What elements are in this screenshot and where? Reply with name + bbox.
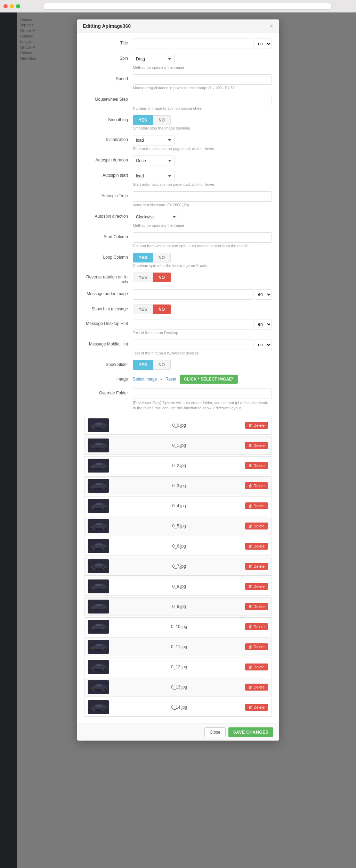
field-init: Initialization load click hover Start au… bbox=[84, 135, 272, 151]
smoothing-hint: Smoothly stop the image spinning bbox=[133, 126, 272, 130]
spin-control: Drag Swipe Both Method for spinning the … bbox=[133, 54, 272, 69]
select-image-link[interactable]: Select image bbox=[133, 377, 157, 382]
title-lang-select[interactable]: en bbox=[255, 39, 272, 49]
svg-point-57 bbox=[93, 648, 95, 650]
reverse-label: Reverse rotation on X-axis bbox=[84, 273, 133, 284]
list-item: 0_1.jpg🗑 Delete bbox=[84, 436, 272, 455]
mousewheel-input[interactable]: 1 bbox=[133, 95, 272, 105]
title-control: en bbox=[133, 39, 272, 49]
save-changes-button[interactable]: SAVE CHANGES bbox=[228, 727, 273, 737]
field-autospin-dir: Autospin direction Clockwise Counter-clo… bbox=[84, 212, 272, 227]
smoothing-yes-button[interactable]: YES bbox=[133, 115, 153, 125]
show-hint-yes-button[interactable]: YES bbox=[133, 304, 153, 314]
show-slider-yes-button[interactable]: YES bbox=[133, 360, 153, 370]
list-item: 0_8.jpg🗑 Delete bbox=[84, 577, 272, 596]
reverse-no-button[interactable]: NO bbox=[153, 273, 171, 282]
show-hint-no-button[interactable]: NO bbox=[153, 304, 171, 314]
smoothing-control: YES NO Smoothly stop the image spinning bbox=[133, 115, 272, 130]
field-autospin-time: Autospin Time 2000 Value is milisecond. … bbox=[84, 191, 272, 207]
smoothing-toggle: YES NO bbox=[133, 115, 272, 125]
svg-point-32 bbox=[93, 548, 95, 549]
spin-select[interactable]: Drag Swipe Both bbox=[133, 54, 175, 64]
delete-button[interactable]: 🗑 Delete bbox=[245, 482, 268, 489]
image-control: Select image - Reset CLICK * SELECT IMGA… bbox=[133, 375, 272, 384]
show-slider-no-button[interactable]: NO bbox=[153, 360, 171, 370]
field-msg-under: Message under image 360 Degrees Product … bbox=[84, 289, 272, 300]
msg-mobile-input[interactable]: Swipe to spin bbox=[133, 340, 253, 350]
address-bar[interactable] bbox=[43, 3, 332, 10]
image-filename: 0_10.jpg bbox=[113, 624, 245, 629]
image-filename: 0_0.jpg bbox=[113, 423, 245, 428]
field-autospin-dur: Autospin duration Once Loop Bounce bbox=[84, 156, 272, 166]
image-thumbnail bbox=[88, 559, 109, 573]
show-hint-label: Show hint message bbox=[84, 304, 133, 311]
delete-button[interactable]: 🗑 Delete bbox=[245, 684, 268, 691]
override-folder-input[interactable] bbox=[133, 389, 272, 399]
msg-desktop-input[interactable]: Drag to spin bbox=[133, 319, 253, 329]
autospin-start-label: Autospin start bbox=[84, 171, 133, 178]
dot-green[interactable] bbox=[16, 4, 20, 8]
svg-point-7 bbox=[93, 447, 95, 448]
title-input[interactable] bbox=[133, 39, 253, 49]
image-thumbnail bbox=[88, 459, 109, 473]
delete-button[interactable]: 🗑 Delete bbox=[245, 603, 268, 610]
close-button[interactable]: Close bbox=[204, 727, 226, 737]
image-filename: 0_5.jpg bbox=[113, 524, 245, 528]
select-image-button[interactable]: CLICK * SELECT IMGAE* bbox=[180, 375, 238, 384]
delete-button[interactable]: 🗑 Delete bbox=[245, 422, 268, 429]
image-filename: 0_13.jpg bbox=[113, 685, 245, 690]
reset-image-link[interactable]: Reset bbox=[165, 377, 176, 382]
msg-desktop-lang-select[interactable]: en bbox=[255, 319, 272, 329]
reverse-control: YES NO bbox=[133, 273, 272, 282]
mousewheel-hint: Number of image to spin on mousewheel bbox=[133, 106, 272, 110]
delete-button[interactable]: 🗑 Delete bbox=[245, 704, 268, 711]
modal-header: Editting ApImage360 × bbox=[77, 19, 279, 33]
field-title: Title en bbox=[84, 39, 272, 49]
autospin-dir-select[interactable]: Clockwise Counter-clockwise bbox=[133, 212, 179, 222]
start-col-input[interactable]: 1 bbox=[133, 232, 272, 243]
delete-button[interactable]: 🗑 Delete bbox=[245, 543, 268, 550]
list-item: 0_14.jpg🗑 Delete bbox=[84, 698, 272, 717]
reverse-yes-button[interactable]: YES bbox=[133, 273, 153, 282]
loop-col-no-button[interactable]: NO bbox=[153, 253, 171, 262]
dot-red[interactable] bbox=[3, 4, 8, 8]
list-item: 0_9.jpg🗑 Delete bbox=[84, 597, 272, 616]
speed-input[interactable]: 90 bbox=[133, 74, 272, 85]
delete-button[interactable]: 🗑 Delete bbox=[245, 583, 268, 590]
delete-button[interactable]: 🗑 Delete bbox=[245, 523, 268, 529]
modal-body: Title en Spin Drag Swipe bbox=[77, 33, 279, 724]
delete-button[interactable]: 🗑 Delete bbox=[245, 462, 268, 469]
msg-mobile-lang-select[interactable]: en bbox=[255, 340, 272, 350]
image-filename: 0_4.jpg bbox=[113, 503, 245, 508]
svg-point-74 bbox=[103, 709, 104, 710]
loop-col-yes-button[interactable]: YES bbox=[133, 253, 153, 262]
smoothing-no-button[interactable]: NO bbox=[153, 115, 171, 125]
image-thumbnail bbox=[88, 539, 109, 553]
autospin-time-input[interactable]: 2000 bbox=[133, 191, 272, 202]
msg-under-lang-select[interactable]: en bbox=[255, 289, 272, 300]
msg-under-input[interactable]: 360 Degrees Product Viewer bbox=[133, 289, 253, 300]
delete-button[interactable]: 🗑 Delete bbox=[245, 623, 268, 630]
delete-button[interactable]: 🗑 Delete bbox=[245, 442, 268, 449]
image-thumbnail bbox=[88, 418, 109, 432]
list-item: 0_10.jpg🗑 Delete bbox=[84, 617, 272, 636]
delete-button[interactable]: 🗑 Delete bbox=[245, 502, 268, 509]
speed-control: 90 Mouse drag distance in pixels to next… bbox=[133, 74, 272, 90]
autospin-start-control: load click hover Start automatic spin on… bbox=[133, 171, 272, 186]
autospin-dur-select[interactable]: Once Loop Bounce bbox=[133, 156, 175, 166]
dot-yellow[interactable] bbox=[10, 4, 14, 8]
delete-button[interactable]: 🗑 Delete bbox=[245, 663, 268, 670]
browser-chrome bbox=[0, 0, 356, 12]
msg-desktop-label: Message Desktop Hint bbox=[84, 319, 133, 326]
field-loop-col: Loop Column YES NO Continue spin after t… bbox=[84, 253, 272, 268]
init-select[interactable]: load click hover bbox=[133, 135, 175, 145]
autospin-start-select[interactable]: load click hover bbox=[133, 171, 175, 181]
image-thumbnail bbox=[88, 519, 109, 533]
msg-mobile-input-group: Swipe to spin en bbox=[133, 340, 272, 350]
svg-point-22 bbox=[93, 507, 95, 509]
show-hint-toggle: YES NO bbox=[133, 304, 272, 314]
svg-point-44 bbox=[103, 588, 104, 589]
delete-button[interactable]: 🗑 Delete bbox=[245, 643, 268, 650]
delete-button[interactable]: 🗑 Delete bbox=[245, 563, 268, 570]
modal-close-button[interactable]: × bbox=[269, 23, 273, 29]
